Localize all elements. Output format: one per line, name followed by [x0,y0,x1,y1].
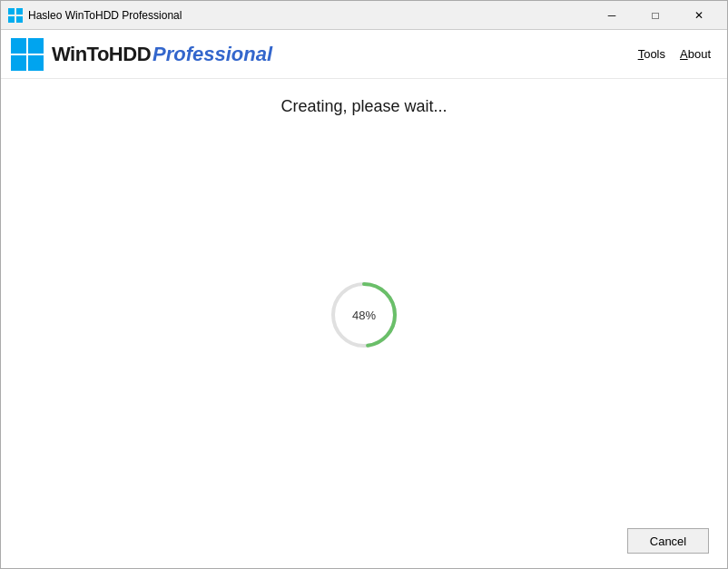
top-bar: WinToHDD Professional Tools About [1,30,727,79]
svg-rect-2 [8,16,15,23]
svg-rect-1 [16,8,23,15]
menu-right: Tools About [631,44,718,64]
cancel-button[interactable]: Cancel [627,528,709,554]
about-rest: bout [688,47,711,61]
minimize-button[interactable]: ─ [591,1,633,30]
svg-rect-7 [28,55,44,71]
app-icon [10,37,44,72]
svg-rect-0 [8,8,15,15]
svg-rect-6 [11,55,26,71]
svg-rect-3 [16,16,23,23]
title-bar: Hasleo WinToHDD Professional ─ □ ✕ [1,1,727,30]
footer: Cancel [1,514,727,568]
window-title: Hasleo WinToHDD Professional [28,9,591,22]
progress-area: 48% [328,116,400,514]
progress-label: 48% [352,309,376,322]
status-text: Creating, please wait... [280,97,447,116]
main-content: Creating, please wait... 48% [1,79,727,514]
maximize-button[interactable]: □ [635,1,676,30]
tools-menu[interactable]: Tools [631,44,673,64]
about-menu[interactable]: About [673,44,718,64]
logo-area: WinToHDD Professional [10,37,631,72]
main-window: Hasleo WinToHDD Professional ─ □ ✕ WinTo… [0,0,728,569]
circular-progress: 48% [328,279,400,351]
svg-rect-4 [11,38,26,54]
app-name-bold: WinToHDD [52,43,151,66]
titlebar-controls: ─ □ ✕ [591,1,720,30]
about-first-char: A [680,47,688,61]
tools-rest: ools [644,47,665,61]
titlebar-icon [8,8,23,23]
close-button[interactable]: ✕ [678,1,720,30]
svg-rect-5 [28,38,44,54]
app-name-italic: Professional [152,43,272,66]
